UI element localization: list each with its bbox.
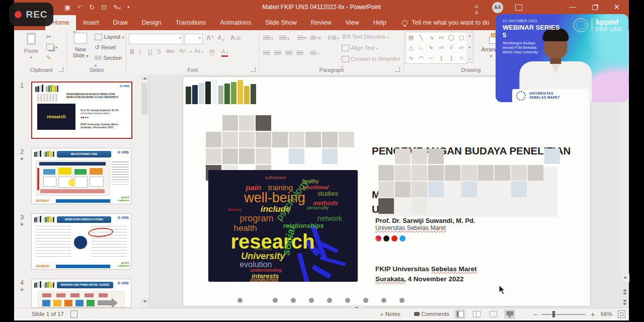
reset-button[interactable]: ↺ Reset (95, 44, 116, 51)
shape-elbow-icon[interactable]: ∟ (419, 45, 424, 50)
tab-review[interactable]: Review (304, 15, 339, 30)
shape-arc-icon[interactable]: ◠ (419, 55, 424, 61)
view-normal-button[interactable] (454, 309, 465, 319)
zoom-level[interactable]: 66% (601, 311, 612, 317)
paste-button[interactable]: Paste▾ (21, 33, 41, 60)
zoom-slider-thumb[interactable] (552, 311, 555, 317)
zoom-slider-track[interactable] (541, 314, 586, 315)
shrink-font-icon[interactable]: A▼ (217, 34, 225, 42)
shadow-icon[interactable]: S (157, 48, 161, 55)
research-wordcloud-image[interactable]: substancehealthypaintrainingemotionalstu… (208, 170, 358, 282)
view-slideshow-button[interactable] (504, 309, 515, 319)
fit-to-window-icon[interactable] (618, 310, 625, 318)
thumb-scroll-up[interactable] (141, 75, 148, 84)
zoom-in-button[interactable]: + (591, 310, 595, 318)
shape-oval-icon[interactable]: ◯ (448, 35, 454, 40)
increase-indent-icon[interactable]: ⇥ (310, 34, 321, 41)
shape-left-brace-icon[interactable]: { (440, 55, 442, 61)
align-center-icon[interactable] (274, 49, 281, 56)
thumb-scroll-down[interactable] (141, 299, 148, 307)
account-avatar[interactable]: AA (492, 2, 503, 13)
font-dialog-launcher[interactable] (251, 67, 256, 72)
shape-down-arrow-icon[interactable]: ⇩ (449, 45, 453, 50)
slide-footer-block[interactable]: FKIP Universitas Sebelas Maret Surakata,… (375, 264, 477, 284)
shape-text-box-icon[interactable]: ▤ (409, 35, 414, 40)
ribbon-display-options-icon[interactable] (515, 5, 522, 11)
shape-line-icon[interactable]: ╲ (420, 35, 423, 40)
tab-animations[interactable]: Animations (213, 15, 258, 30)
thumbnail-slide-4[interactable]: RENSTRA UNS PTNBH (PR NO. 31/2022) ⊙ UNS (31, 279, 131, 308)
change-case-icon[interactable]: Aa ▾ (194, 48, 203, 54)
numbering-icon[interactable]: ▾ (279, 34, 289, 41)
slide-editing-area[interactable]: PENGEMBANGAN BUDAYA PENELITIAN MEWUJUDKA… (183, 77, 590, 306)
shape-triangle-icon[interactable]: △ (409, 45, 413, 50)
tab-insert[interactable]: Insert (76, 15, 106, 30)
tab-design[interactable]: Design (135, 15, 169, 30)
tab-help[interactable]: Help (366, 15, 393, 30)
shape-right-arrow-icon[interactable]: ⇨ (439, 45, 443, 50)
shape-parallelogram-icon[interactable]: ▱ (459, 45, 463, 50)
previous-slide-button[interactable] (621, 288, 628, 295)
shapes-gallery-scroll[interactable]: ▲▼≡ (466, 32, 473, 63)
thumb-scroll-thumb[interactable] (141, 84, 148, 115)
format-painter-icon[interactable]: ✎ (46, 54, 51, 61)
notes-page-icon[interactable] (70, 310, 77, 318)
tab-transitions[interactable]: Transitions (169, 15, 213, 30)
character-spacing-icon[interactable]: AV↔ ▾ (179, 48, 192, 54)
align-left-icon[interactable] (263, 49, 270, 56)
line-spacing-icon[interactable]: ⇕ ▾ (327, 34, 340, 41)
shape-rectangle-icon[interactable]: ▭ (439, 35, 444, 40)
layout-button[interactable]: Layout ▾ (95, 33, 124, 40)
shape-elbow-arrow-icon[interactable]: ↳ (429, 45, 433, 50)
font-name-combo[interactable] (129, 34, 183, 44)
notes-toggle[interactable]: ≐ Notes (380, 311, 400, 317)
next-slide-button[interactable] (621, 299, 628, 306)
tab-view[interactable]: View (339, 15, 366, 30)
zoom-out-button[interactable]: − (533, 310, 537, 318)
minimize-icon[interactable]: — (570, 3, 576, 11)
font-size-combo[interactable] (185, 34, 203, 44)
new-slide-button[interactable]: NewSlide ▾ (69, 33, 92, 58)
clear-formatting-icon[interactable]: A⌫ (230, 34, 240, 41)
copy-icon[interactable]: ▾ (46, 43, 57, 50)
bold-icon[interactable]: B (130, 48, 134, 55)
tab-slide-show[interactable]: Slide Show (258, 15, 304, 30)
thumbnail-slide-3[interactable]: INDIKATOR KINERJA UTAMA ⊙ UNS Action! gr… (31, 213, 131, 270)
align-right-icon[interactable] (285, 49, 292, 56)
decrease-indent-icon[interactable]: ⇤ (297, 34, 308, 41)
thumbnail-slide-1[interactable]: ⊙ UNS PENGEMBANGAN BUDAYA PENELITIANMEWU… (31, 82, 132, 139)
main-scrollbar-track[interactable] (621, 75, 628, 283)
columns-icon[interactable]: ▾ (310, 49, 319, 56)
presenter-block[interactable]: Prof. Dr. Sarwiji Suwandi, M. Pd. Univer… (375, 217, 475, 243)
align-text-button[interactable]: Align Text ▾ (342, 44, 378, 51)
shape-rounded-rectangle-icon[interactable]: ▢ (459, 35, 464, 40)
highlight-color-icon[interactable]: ab (209, 48, 215, 55)
clipboard-dialog-launcher[interactable] (58, 67, 63, 72)
shape-line-arrow-icon[interactable]: ↘ (429, 35, 433, 40)
tell-me-box[interactable]: Tell me what you want to do (402, 15, 489, 30)
close-icon[interactable]: ✕ (613, 3, 620, 12)
cut-icon[interactable]: ✂ (46, 33, 51, 40)
shape-curve-icon[interactable]: ～ (429, 55, 434, 61)
font-color-icon[interactable]: A ▾ (221, 48, 228, 57)
shape-right-brace-icon[interactable]: } (450, 55, 452, 61)
collage-photo-strip (38, 151, 39, 157)
shape-star-icon[interactable]: ☆ (459, 55, 464, 61)
main-scroll-down[interactable] (621, 274, 629, 282)
paragraph-dialog-launcher[interactable] (395, 67, 400, 72)
underline-icon[interactable]: U (148, 48, 152, 55)
view-slide-sorter-button[interactable] (471, 309, 482, 319)
grow-font-icon[interactable]: A▲ (206, 34, 214, 41)
italic-icon[interactable]: I (139, 48, 140, 55)
tab-draw[interactable]: Draw (106, 15, 135, 30)
section-button[interactable]: Section ▾ (95, 54, 125, 68)
view-reading-button[interactable] (488, 309, 499, 319)
strikethrough-icon[interactable]: abc (166, 48, 174, 54)
text-direction-button[interactable]: ⇵A Text Direction ▾ (342, 33, 389, 40)
thumbnail-slide-2[interactable]: MILESTONES UNS ⊙ UNS Acti (31, 148, 131, 204)
bullets-icon[interactable]: ▾ (263, 34, 273, 41)
justify-icon[interactable] (296, 49, 303, 56)
shape-scribble-icon[interactable]: ∿ (409, 55, 413, 61)
comments-toggle[interactable]: Comments (414, 311, 449, 317)
restore-icon[interactable] (592, 5, 598, 10)
